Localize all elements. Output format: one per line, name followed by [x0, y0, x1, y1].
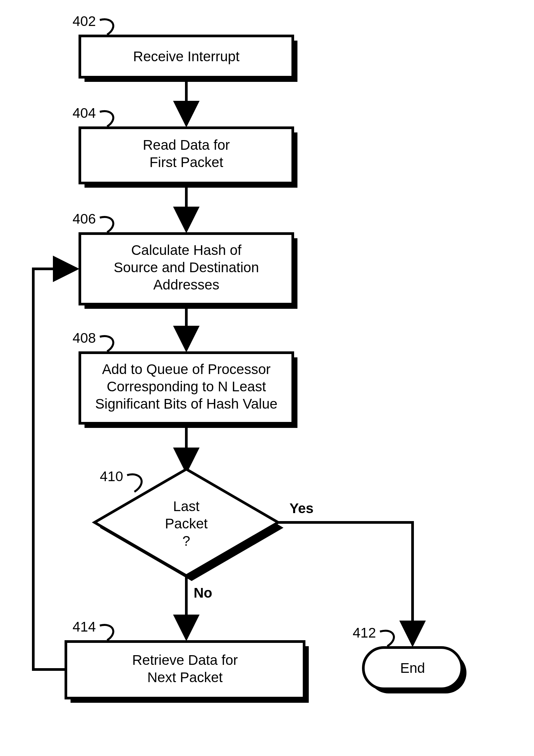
- node-410-text-3: ?: [182, 533, 190, 549]
- ref-402: 402: [73, 13, 113, 35]
- svg-text:402: 402: [73, 13, 96, 29]
- ref-410: 410: [100, 469, 142, 492]
- ref-414: 414: [73, 619, 113, 640]
- edge-410-no: No: [186, 576, 212, 639]
- node-408-text-3: Significant Bits of Hash Value: [95, 396, 277, 412]
- edge-410-no-label: No: [194, 585, 212, 601]
- node-414: Retrieve Data for Next Packet: [66, 642, 309, 703]
- svg-text:404: 404: [73, 105, 96, 121]
- node-404: Read Data for First Packet: [80, 128, 297, 188]
- node-404-text-1: Read Data for: [143, 137, 230, 153]
- node-410-text-1: Last: [173, 498, 200, 514]
- node-402: Receive Interrupt: [80, 36, 297, 82]
- node-406-text-3: Addresses: [153, 277, 219, 292]
- ref-404: 404: [73, 105, 113, 126]
- svg-text:410: 410: [100, 469, 123, 484]
- node-414-text-1: Retrieve Data for: [132, 652, 238, 668]
- svg-text:408: 408: [73, 330, 96, 346]
- ref-408: 408: [73, 330, 113, 351]
- node-408-text-2: Corresponding to N Least: [107, 379, 266, 394]
- ref-412: 412: [353, 625, 394, 646]
- node-408: Add to Queue of Processor Corresponding …: [80, 353, 297, 428]
- edge-410-yes-label: Yes: [289, 500, 313, 516]
- node-406: Calculate Hash of Source and Destination…: [80, 234, 297, 309]
- svg-text:412: 412: [353, 625, 376, 641]
- node-410-text-2: Packet: [165, 516, 208, 531]
- edge-410-yes: Yes: [278, 500, 413, 645]
- edge-414-406-loop: [33, 269, 77, 669]
- node-408-text-1: Add to Queue of Processor: [102, 361, 271, 377]
- ref-406: 406: [73, 211, 113, 232]
- node-410: Last Packet ?: [94, 469, 283, 581]
- node-414-text-2: Next Packet: [147, 669, 223, 685]
- flowchart: Receive Interrupt 402 Read Data for Firs…: [0, 0, 534, 756]
- node-412-text: End: [400, 660, 425, 676]
- node-406-text-2: Source and Destination: [114, 260, 259, 275]
- svg-text:406: 406: [73, 211, 96, 227]
- node-412: End: [363, 648, 466, 693]
- node-404-text-2: First Packet: [149, 154, 223, 170]
- svg-text:414: 414: [73, 619, 96, 635]
- node-402-text: Receive Interrupt: [133, 49, 240, 64]
- node-406-text-1: Calculate Hash of: [131, 242, 242, 258]
